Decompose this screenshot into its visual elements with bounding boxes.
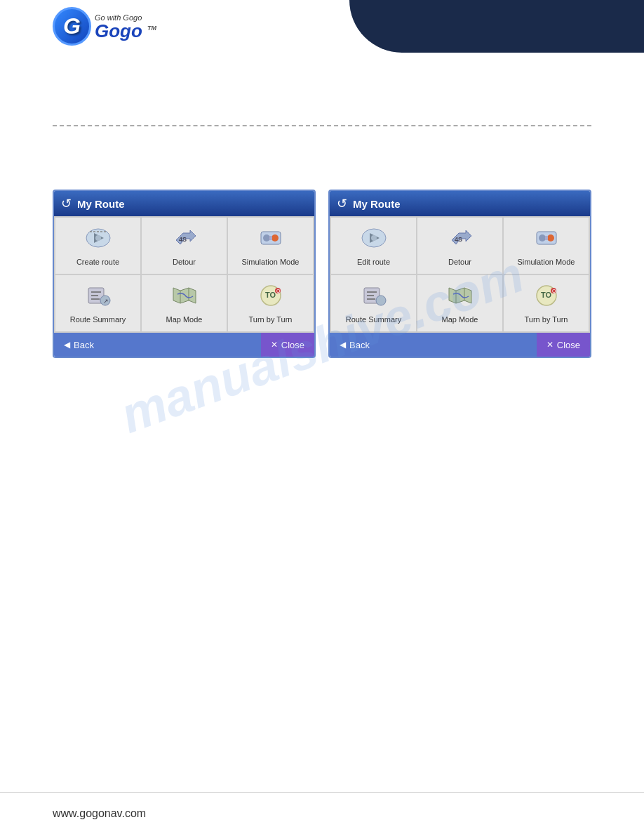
turn-by-turn-svg-right: TO Q — [532, 284, 561, 307]
simulation-label-left: Simulation Mode — [242, 258, 300, 266]
svg-point-23 — [371, 235, 377, 241]
route-summary-icon-left: ↗ — [84, 284, 112, 312]
svg-text:TO: TO — [265, 291, 276, 299]
create-route-button[interactable]: Create route — [55, 218, 140, 274]
map-mode-svg-left — [170, 284, 199, 307]
svg-point-2 — [95, 235, 101, 241]
section-divider — [53, 125, 591, 126]
logo-g-circle: G — [53, 7, 91, 46]
back-icon-right: ◀ — [340, 340, 346, 350]
route-summary-label-right: Route Summary — [346, 315, 401, 324]
simulation-button-right[interactable]: Simulation Mode — [504, 218, 589, 274]
detour-svg-right: 4S — [446, 226, 474, 250]
footer-url: www.gogonav.com — [53, 807, 146, 820]
create-route-icon — [84, 226, 112, 255]
map-mode-button-left[interactable]: Map Mode — [142, 275, 227, 331]
panel-left-header: ↺ My Route — [54, 191, 314, 216]
panel-right: ↺ My Route Edit route — [328, 190, 591, 358]
logo-container: G Go with Gogo Gogo TM — [53, 7, 156, 46]
page-footer: www.gogonav.com — [0, 792, 644, 834]
svg-point-5 — [263, 234, 270, 241]
map-mode-icon-left — [170, 284, 199, 312]
panel-left: ↺ My Route Create route — [53, 190, 316, 358]
panel-right-grid: Edit route 4S Detour — [330, 216, 590, 333]
route-summary-icon-right — [360, 284, 388, 312]
route-summary-svg-right — [360, 284, 388, 307]
logo-gogo-text: Gogo TM — [95, 22, 156, 40]
map-mode-svg-right — [446, 284, 474, 307]
svg-point-26 — [539, 234, 546, 241]
panel-left-footer: ◀ Back ✕ Close — [54, 333, 314, 357]
svg-text:TO: TO — [541, 291, 552, 299]
turn-by-turn-label-right: Turn by Turn — [525, 315, 568, 324]
route-summary-button-right[interactable]: Route Summary — [331, 275, 416, 331]
detour-icon-right: 4S — [446, 226, 474, 255]
simulation-button-left[interactable]: Simulation Mode — [228, 218, 313, 274]
panel-left-title: My Route — [77, 198, 125, 210]
svg-text:Q: Q — [276, 289, 281, 294]
panel-right-footer: ◀ Back ✕ Close — [330, 333, 590, 357]
panels-container: ↺ My Route Create route — [53, 190, 591, 358]
simulation-icon-left — [257, 226, 285, 255]
edit-route-icon — [360, 226, 388, 255]
edit-route-svg — [360, 226, 388, 250]
edit-route-button[interactable]: Edit route — [331, 218, 416, 274]
panel-right-title: My Route — [353, 198, 401, 210]
map-mode-button-right[interactable]: Map Mode — [417, 275, 502, 331]
close-label-left: Close — [281, 340, 304, 350]
turn-by-turn-icon-left: TO Q — [257, 284, 285, 312]
close-icon-right: ✕ — [546, 340, 554, 350]
turn-by-turn-button-right[interactable]: TO Q Turn by Turn — [504, 275, 589, 331]
panel-left-header-icon: ↺ — [61, 196, 72, 211]
detour-button-left[interactable]: 4S Detour — [142, 218, 227, 274]
svg-text:↗: ↗ — [103, 298, 109, 305]
turn-by-turn-icon-right: TO Q — [532, 284, 561, 312]
map-mode-label-right: Map Mode — [442, 315, 478, 324]
map-mode-label-left: Map Mode — [166, 315, 203, 324]
back-icon-left: ◀ — [64, 340, 70, 350]
turn-by-turn-label-left: Turn by Turn — [249, 315, 293, 324]
detour-icon-left: 4S — [170, 226, 199, 255]
route-summary-svg-left: ↗ — [84, 284, 112, 307]
create-route-label: Create route — [76, 258, 119, 266]
close-label-right: Close — [557, 340, 580, 350]
simulation-svg-right — [532, 226, 561, 250]
logo-tm: TM — [147, 25, 156, 32]
simulation-svg-left — [257, 226, 285, 250]
svg-rect-7 — [269, 236, 272, 240]
svg-point-6 — [271, 234, 279, 241]
turn-by-turn-button-left[interactable]: TO Q Turn by Turn — [228, 275, 313, 331]
svg-text:4S: 4S — [179, 236, 187, 243]
create-route-svg — [84, 226, 112, 250]
detour-svg-left: 4S — [170, 226, 199, 250]
map-mode-icon-right — [446, 284, 474, 312]
panel-right-back-button[interactable]: ◀ Back — [330, 333, 380, 357]
panel-left-close-button[interactable]: ✕ Close — [261, 333, 314, 357]
svg-point-27 — [547, 234, 554, 241]
edit-route-label: Edit route — [357, 258, 390, 266]
svg-text:4S: 4S — [455, 236, 462, 243]
svg-text:Q: Q — [552, 289, 556, 294]
back-label-right: Back — [349, 340, 370, 350]
panel-right-close-button[interactable]: ✕ Close — [537, 333, 590, 357]
panel-right-header: ↺ My Route — [330, 191, 590, 216]
back-label-left: Back — [74, 340, 94, 350]
svg-point-33 — [376, 296, 386, 305]
svg-marker-34 — [449, 288, 471, 303]
simulation-label-right: Simulation Mode — [518, 258, 575, 266]
logo-area: G Go with Gogo Gogo TM — [53, 7, 156, 46]
svg-rect-28 — [545, 236, 548, 240]
svg-marker-14 — [173, 288, 196, 303]
panel-left-back-button[interactable]: ◀ Back — [54, 333, 104, 357]
close-icon-left: ✕ — [271, 340, 278, 350]
detour-button-right[interactable]: 4S Detour — [417, 218, 502, 274]
detour-label-right: Detour — [448, 258, 471, 266]
panel-right-header-icon: ↺ — [337, 196, 347, 211]
route-summary-label-left: Route Summary — [70, 315, 126, 324]
detour-label-left: Detour — [173, 258, 196, 266]
route-summary-button-left[interactable]: ↗ Route Summary — [55, 275, 140, 331]
turn-by-turn-svg-left: TO Q — [257, 284, 285, 307]
simulation-icon-right — [532, 226, 561, 255]
logo-g-letter: G — [63, 13, 81, 39]
panel-left-grid: Create route 4S Detour — [54, 216, 314, 333]
